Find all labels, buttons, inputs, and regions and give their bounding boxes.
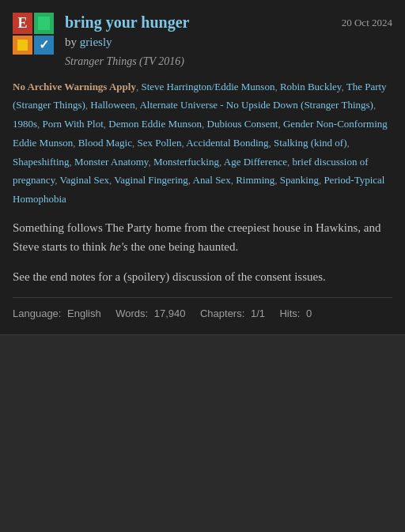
- tag-monsterfucking[interactable]: Monsterfucking: [153, 156, 219, 168]
- words-label: Words:: [115, 308, 148, 319]
- words-value: 17,940: [154, 308, 186, 319]
- tag-vaginal-sex[interactable]: Vaginal Sex: [60, 174, 109, 186]
- chapters-value: 1/1: [251, 308, 265, 319]
- tag-age-difference[interactable]: Age Difference: [224, 156, 287, 168]
- chapters-label: Chapters:: [200, 308, 244, 319]
- tag-robin[interactable]: Robin Buckley: [280, 81, 342, 92]
- tag-porn-with-plot[interactable]: Porn With Plot: [43, 118, 104, 130]
- tag-spanking[interactable]: Spanking: [280, 174, 319, 186]
- title-date-row: bring your hunger 20 Oct 2024: [65, 13, 392, 32]
- summary-section: Something follows The Party home from th…: [13, 218, 392, 286]
- hits-label: Hits:: [279, 308, 300, 319]
- tag-au[interactable]: Alternate Universe - No Upside Down (Str…: [139, 99, 373, 111]
- fic-date: 20 Oct 2024: [342, 15, 392, 31]
- tag-halloween[interactable]: Halloween: [90, 99, 134, 111]
- tag-shapeshifting[interactable]: Shapeshifting: [13, 156, 70, 168]
- tag-dubious-consent[interactable]: Dubious Consent: [207, 118, 278, 130]
- hits-value: 0: [306, 308, 312, 319]
- fic-author-link[interactable]: griesly: [80, 36, 112, 48]
- tag-1980s[interactable]: 1980s: [13, 118, 37, 130]
- tag-demon-eddie[interactable]: Demon Eddie Munson: [108, 118, 202, 130]
- tag-anal-sex[interactable]: Anal Sex: [193, 174, 231, 186]
- header-row: E ✓ bring your hunger 20 Oct 2024 by gri…: [13, 13, 392, 70]
- tag-rimming[interactable]: Rimming: [236, 174, 274, 186]
- logo-green: [34, 13, 54, 34]
- language-value: English: [67, 308, 101, 319]
- logo-yellow: [13, 36, 32, 55]
- summary-italic: he's: [110, 240, 128, 253]
- fic-card: E ✓ bring your hunger 20 Oct 2024 by gri…: [0, 0, 405, 335]
- tags-section: No Archive Warnings Apply, Steve Harring…: [13, 77, 392, 209]
- tag-pairing[interactable]: Steve Harrington/Eddie Munson: [141, 81, 274, 92]
- fic-author-line: by griesly: [65, 33, 392, 51]
- site-logo: E ✓: [13, 13, 54, 54]
- fic-header-info: bring your hunger 20 Oct 2024 by griesly…: [65, 13, 392, 70]
- fic-title-link[interactable]: bring your hunger: [65, 13, 189, 32]
- tag-accidental-bonding[interactable]: Accidental Bonding: [186, 137, 268, 149]
- tag-sex-pollen[interactable]: Sex Pollen: [137, 137, 181, 149]
- tag-vaginal-fingering[interactable]: Vaginal Fingering: [114, 174, 188, 186]
- summary-text-1-end: the one being haunted.: [128, 240, 239, 253]
- summary-paragraph-1: Something follows The Party home from th…: [13, 218, 392, 256]
- logo-check: ✓: [34, 36, 54, 55]
- fic-fandom: Stranger Things (TV 2016): [65, 53, 392, 70]
- tag-blood-magic[interactable]: Blood Magic: [78, 137, 132, 149]
- stats-row: Language: English Words: 17,940 Chapters…: [13, 297, 392, 322]
- language-label: Language:: [13, 308, 61, 319]
- tag-stalking[interactable]: Stalking (kind of): [274, 137, 346, 149]
- summary-paragraph-2: See the end notes for a (spoilery) discu…: [13, 267, 392, 286]
- tag-no-archive-warnings[interactable]: No Archive Warnings Apply: [13, 81, 136, 92]
- logo-e: E: [13, 13, 32, 34]
- tag-monster-anatomy[interactable]: Monster Anatomy: [74, 156, 148, 168]
